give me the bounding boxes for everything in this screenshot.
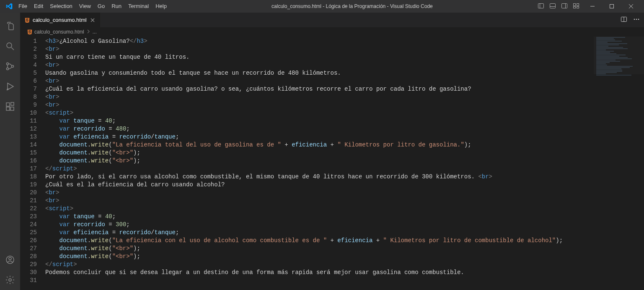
svg-point-32 <box>634 19 635 20</box>
svg-rect-9 <box>577 6 579 8</box>
accounts-icon[interactable] <box>0 250 20 270</box>
html-file-icon <box>24 17 30 23</box>
menu-terminal[interactable]: Terminal <box>125 0 152 13</box>
editor-actions <box>616 13 644 27</box>
svg-rect-6 <box>574 3 576 5</box>
menu-help[interactable]: Help <box>152 0 170 13</box>
toggle-panel-right-icon[interactable] <box>561 3 568 10</box>
svg-rect-23 <box>10 107 14 110</box>
svg-point-26 <box>9 257 11 260</box>
line-gutter: 1234567891011121314151617181920212223242… <box>20 37 45 290</box>
svg-rect-2 <box>550 3 556 8</box>
svg-rect-24 <box>11 102 14 105</box>
settings-gear-icon[interactable] <box>0 270 20 290</box>
svg-rect-8 <box>574 6 576 8</box>
minimize-button[interactable] <box>583 0 602 13</box>
source-control-icon[interactable] <box>0 56 20 76</box>
svg-rect-22 <box>6 107 10 110</box>
svg-point-33 <box>636 19 637 20</box>
minimap-slider[interactable] <box>594 37 644 74</box>
tab-close-icon[interactable] <box>89 17 96 24</box>
html-file-icon <box>27 29 33 35</box>
vscode-logo-icon <box>3 3 15 10</box>
menu-run[interactable]: Run <box>108 0 125 13</box>
svg-rect-0 <box>538 3 544 8</box>
menu-go[interactable]: Go <box>94 0 108 13</box>
svg-rect-11 <box>610 5 614 8</box>
svg-line-15 <box>11 47 14 50</box>
svg-rect-21 <box>6 103 10 106</box>
editor-area: calculo_consumo.html calculo_consumo.htm… <box>20 13 644 290</box>
code-content[interactable]: <h3>¿Alcohol o Gasolina?</h3><br>Si un c… <box>45 37 644 290</box>
more-actions-icon[interactable] <box>633 16 640 24</box>
window-controls <box>583 0 641 13</box>
activity-bar <box>0 13 20 290</box>
breadcrumb-file: calculo_consumo.html <box>34 29 84 35</box>
toggle-panel-bottom-icon[interactable] <box>549 3 556 10</box>
menu-file[interactable]: File <box>15 0 31 13</box>
menu-view[interactable]: View <box>76 0 94 13</box>
svg-point-14 <box>7 43 12 48</box>
title-bar: FileEditSelectionViewGoRunTerminalHelp c… <box>0 0 644 13</box>
svg-point-34 <box>638 19 639 20</box>
extensions-icon[interactable] <box>0 97 20 117</box>
breadcrumb[interactable]: calculo_consumo.html ... <box>20 27 644 37</box>
minimap[interactable] <box>594 37 644 290</box>
menu-selection[interactable]: Selection <box>47 0 75 13</box>
toggle-panel-left-icon[interactable] <box>538 3 544 10</box>
breadcrumb-rest: ... <box>93 29 97 35</box>
window-title: calculo_consumo.html - Lógica de la Prog… <box>170 3 534 9</box>
svg-rect-4 <box>562 3 567 8</box>
chevron-right-icon <box>86 29 91 35</box>
search-icon[interactable] <box>0 36 20 56</box>
split-editor-icon[interactable] <box>621 16 627 24</box>
tab-calculo-consumo[interactable]: calculo_consumo.html <box>20 13 101 27</box>
run-debug-icon[interactable] <box>0 76 20 97</box>
close-button[interactable] <box>621 0 641 13</box>
explorer-icon[interactable] <box>0 16 20 36</box>
svg-rect-7 <box>577 3 579 5</box>
tab-label: calculo_consumo.html <box>33 17 87 23</box>
svg-point-18 <box>12 65 14 68</box>
svg-point-27 <box>9 279 11 281</box>
menu-edit[interactable]: Edit <box>31 0 47 13</box>
editor-tabs: calculo_consumo.html <box>20 13 644 27</box>
menu-bar: FileEditSelectionViewGoRunTerminalHelp <box>15 0 170 13</box>
maximize-button[interactable] <box>602 0 621 13</box>
svg-point-17 <box>7 68 9 70</box>
code-editor[interactable]: 1234567891011121314151617181920212223242… <box>20 37 644 290</box>
customize-layout-icon[interactable] <box>573 3 579 10</box>
layout-controls <box>534 3 583 10</box>
svg-point-16 <box>7 63 9 65</box>
